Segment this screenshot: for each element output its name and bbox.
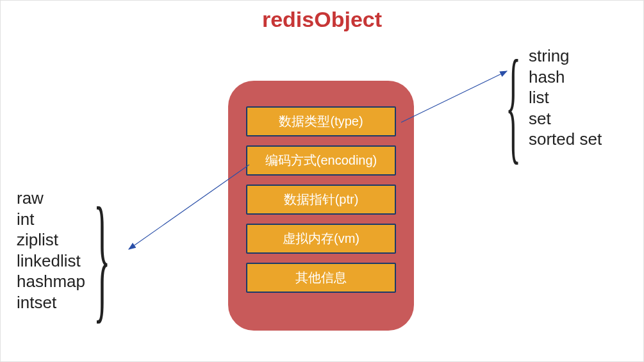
diagram-title: redisObject	[1, 7, 643, 32]
type-item: hash	[529, 67, 602, 88]
type-item: sorted set	[529, 129, 602, 150]
brace-left-group: }	[94, 186, 110, 327]
field-type: 数据类型(type)	[246, 106, 396, 136]
type-item: string	[529, 45, 602, 67]
field-other: 其他信息	[246, 263, 396, 293]
type-item: list	[529, 87, 602, 108]
brace-right-group: {	[506, 40, 521, 169]
field-vm: 虚拟内存(vm)	[246, 224, 396, 254]
encoding-item: raw	[17, 188, 85, 209]
encoding-list: raw int ziplist linkedlist hashmap intse…	[17, 188, 85, 313]
field-ptr: 数据指针(ptr)	[246, 185, 396, 215]
type-list: string hash list set sorted set	[529, 45, 602, 150]
arrow-type-to-list	[401, 71, 507, 122]
encoding-item: hashmap	[17, 271, 85, 292]
encoding-item: ziplist	[17, 229, 85, 251]
redis-object-box: 数据类型(type) 编码方式(encoding) 数据指针(ptr) 虚拟内存…	[228, 81, 414, 331]
type-item: set	[529, 108, 602, 129]
encoding-item: linkedlist	[17, 251, 85, 272]
field-encoding: 编码方式(encoding)	[246, 145, 396, 176]
encoding-item: intset	[17, 292, 85, 313]
encoding-item: int	[17, 209, 85, 230]
